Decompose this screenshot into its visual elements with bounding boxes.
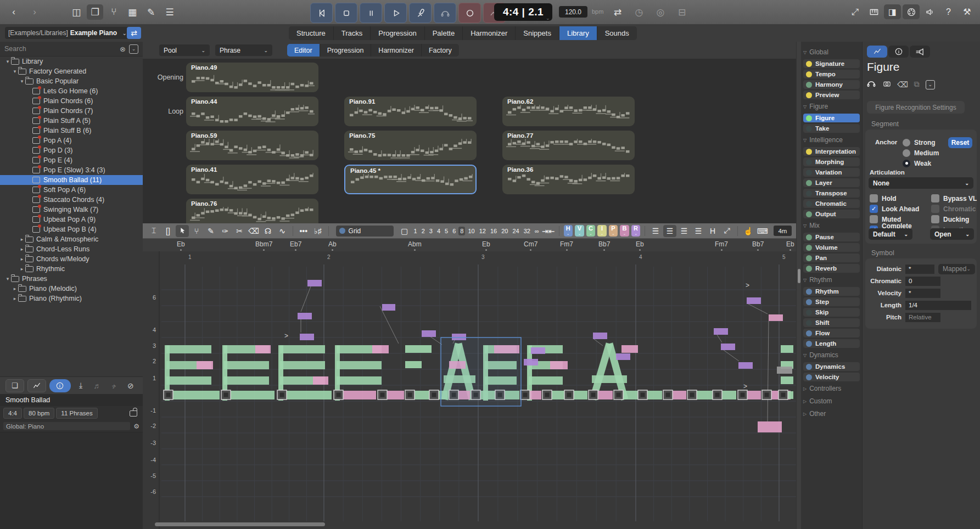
anchor-radio-medium[interactable]: Medium [903,148,939,158]
param-signature[interactable]: Signature [803,59,860,68]
tree-item-pop-d-3-[interactable]: Pop D (3) [0,145,143,155]
figure-note[interactable] [405,361,422,368]
camera-icon[interactable] [883,80,891,89]
figure-bar[interactable] [280,345,325,353]
filter-select-icon[interactable]: ⌄ [129,44,138,54]
param-output[interactable]: Output [803,210,860,218]
tree-item-plain-stuff-a-5-[interactable]: Plain Stuff A (5) [0,116,143,126]
checkbox-hold[interactable]: Hold [870,193,929,204]
sync-library-button[interactable]: ⇄ [127,27,141,39]
figure-note[interactable] [747,297,761,304]
figure-recognition-settings-button[interactable]: Figure Recognition Settings [867,101,965,114]
expand-arrow-icon[interactable]: ▾ [19,78,25,84]
figure-bar[interactable] [592,375,627,383]
fit-icon[interactable]: ⤢ [720,225,733,237]
tree-item-swinging-walk-7-[interactable]: Swinging Walk (7) [0,205,143,215]
nodes-icon[interactable]: ⑂ [190,225,203,237]
tree-item-pop-a-4-[interactable]: Pop A (4) [0,136,143,145]
tab-palette[interactable]: Palette [425,26,463,40]
figure-bar[interactable] [529,376,563,385]
length-display[interactable]: 4m [774,226,792,236]
param-section-mix[interactable]: ▽Mix [803,220,860,231]
figure-note[interactable] [197,361,213,369]
checkbox-look-ahead[interactable]: ✓Look Ahead [870,204,929,214]
tree-item-plain-stuff-b-6-[interactable]: Plain Stuff B (6) [0,126,143,136]
expand-arrow-icon[interactable]: ▸ [19,237,25,242]
stop-button[interactable] [335,3,357,23]
hand-icon[interactable]: ☝ [742,225,755,237]
chord-label-fm7[interactable]: Fm7 [560,240,573,251]
pause-button[interactable] [360,3,382,23]
tree-item-upbeat-pop-b-4-[interactable]: Upbeat Pop B (4) [0,224,143,234]
chord-label-ab[interactable]: Ab [328,240,337,251]
expand-arrow-icon[interactable]: ▸ [19,266,25,272]
tree-item-piano-melodic-[interactable]: ▸Piano (Melodic) [0,284,143,294]
grid-division-3[interactable]: 3 [428,227,434,235]
phrase-card-piano-77[interactable]: Piano.77 [502,131,635,160]
figure-note[interactable] [593,333,607,339]
accidental-icon[interactable]: ♭♯ [311,225,324,237]
chord-label-fm7[interactable]: Fm7 [715,240,728,251]
grid-division-infinite[interactable]: ∞ [533,227,541,235]
tree-item-plain-chords-7-[interactable]: Plain Chords (7) [0,106,143,116]
param-flow[interactable]: Flow [803,329,860,337]
grid-division-10[interactable]: 10 [466,227,476,235]
tree-item-basic-popular[interactable]: ▾Basic Popular [0,76,143,86]
figure-canvas[interactable]: 64321-1-2-3-4-5-612345>>> [143,251,796,529]
param-section-dynamics[interactable]: ▽Dynamics [803,350,860,361]
skip-back-button[interactable] [310,3,333,23]
help-icon[interactable]: ? [940,4,957,19]
figure-note[interactable] [300,334,314,340]
tab-tracks[interactable]: Tracks [334,26,371,40]
figure-note[interactable] [550,361,568,369]
param-shift[interactable]: Shift [803,318,860,327]
figure-note[interactable] [524,359,538,365]
phrase-card-piano-44[interactable]: Piano.44 [186,97,318,126]
expand-arrow-icon[interactable]: ▾ [12,69,18,74]
param-interpretation[interactable]: Interpretation [803,147,860,156]
tab-library[interactable]: Library [559,26,597,40]
inspector-tab-info[interactable] [888,46,909,58]
tree-item-lets-go-home-6-[interactable]: Lets Go Home (6) [0,86,143,96]
pool-tab-progression[interactable]: Progression [320,44,372,57]
velocity-field[interactable]: * [905,289,940,298]
figure-note[interactable] [307,280,322,286]
figure-note[interactable] [777,367,792,374]
tempo-value[interactable]: 80 bpm [24,408,54,419]
forward-icon[interactable]: › [26,4,43,20]
figure-note[interactable] [714,328,728,335]
inspector-tab-instrument[interactable] [910,46,930,58]
chord-label-bb7[interactable]: Bb7 [598,240,610,251]
channel-button-h[interactable]: H⌄ [564,225,573,237]
tape-icon[interactable]: ⊟ [674,4,690,20]
loop-icon[interactable]: ⇄ [609,4,626,20]
figure-bar[interactable] [224,361,269,369]
param-morphing[interactable]: Morphing [803,157,860,166]
h-frame-icon[interactable]: H [706,225,719,237]
chord-label-eb[interactable]: Eb [636,240,644,251]
articulation-dropdown[interactable]: None⌄ [869,177,973,189]
figure-note[interactable] [781,345,793,353]
tree-item-factory-generated[interactable]: ▾Factory Generated [0,66,143,76]
channel-button-p[interactable]: P⌄ [609,225,618,237]
time-display[interactable]: 4:4 | 2.1⌄ [494,3,552,21]
param-pan[interactable]: Pan [803,254,860,262]
keyboard-icon[interactable]: ⌨ [756,225,769,237]
speaker-icon[interactable] [921,4,938,19]
figure-bar[interactable] [337,376,382,385]
figure-note[interactable] [255,345,271,353]
scribble-icon[interactable]: ✑ [219,225,232,237]
length-field[interactable]: 1/4 [905,301,971,310]
unlink-icon[interactable]: ⊘ [124,381,137,390]
tree-item-plain-chords-6-[interactable]: Plain Chords (6) [0,96,143,106]
output-mode-dropdown[interactable]: Default⌄ [869,228,912,240]
param-pause[interactable]: Pause [803,233,860,241]
figure-note[interactable] [531,347,545,354]
figure-note[interactable] [382,304,395,311]
phrase-card-piano-41[interactable]: Piano.41 [186,165,318,194]
select-box-icon[interactable]: ▢ [398,225,411,237]
split-view-icon[interactable]: ◫ [68,4,85,20]
grid-division-6[interactable]: 6 [451,227,457,235]
anchor-radio-strong[interactable]: Strong [903,137,939,148]
figure-note[interactable] [758,421,782,432]
